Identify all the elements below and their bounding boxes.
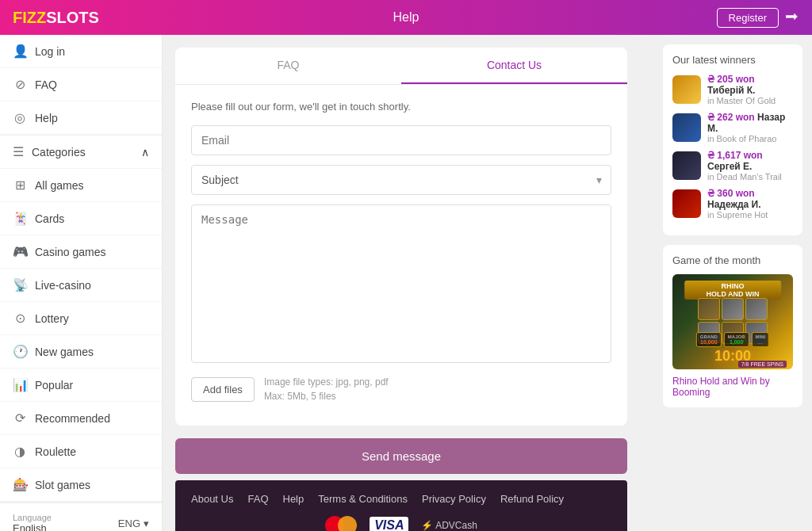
winner-game-3: in Supreme Hot bbox=[707, 210, 793, 220]
subject-select-wrapper: Subject ▾ bbox=[191, 165, 611, 195]
lottery-icon: ⊙ bbox=[13, 311, 27, 326]
header-actions: Register ⮕ bbox=[717, 8, 799, 28]
message-textarea[interactable] bbox=[191, 204, 611, 363]
jackpot-grand: GRAND 10,000 bbox=[696, 332, 722, 347]
winner-item-0: ₴ 205 won Тиберій К. in Master Of Gold bbox=[672, 74, 793, 105]
tab-faq[interactable]: FAQ bbox=[175, 48, 401, 84]
new-games-icon: 🕐 bbox=[13, 344, 27, 359]
sidebar-item-help[interactable]: ◎ Help bbox=[0, 101, 162, 135]
rhino-cell-2 bbox=[745, 298, 768, 320]
logo: FIZZSLOTS bbox=[13, 9, 99, 27]
footer-link-privacy[interactable]: Privacy Policy bbox=[422, 493, 486, 505]
file-info-line1: Image file types: jpg, png, pdf bbox=[264, 375, 389, 389]
footer-payments: VISA ⚡ ADVCash bbox=[191, 516, 611, 531]
sidebar-item-login[interactable]: 👤 Log in bbox=[0, 35, 162, 68]
contact-panel: FAQ Contact Us Please fill out our form,… bbox=[175, 48, 627, 426]
winner-amount-3: ₴ 360 won Надежда И. bbox=[707, 188, 793, 210]
header: FIZZSLOTS Help Register ⮕ bbox=[0, 0, 812, 35]
jackpot-major: MAJOR 1,000 bbox=[724, 332, 749, 347]
sidebar-categories-header[interactable]: ☰ Categories ∧ bbox=[0, 136, 162, 169]
add-files-button[interactable]: Add files bbox=[191, 377, 255, 402]
sidebar-faq-label: FAQ bbox=[35, 78, 57, 91]
roulette-icon: ◑ bbox=[13, 444, 27, 459]
winner-game-1: in Book of Pharao bbox=[707, 134, 793, 143]
casino-games-icon: 🎮 bbox=[13, 244, 27, 259]
sidebar: 👤 Log in ⊘ FAQ ◎ Help ☰ Categories ∧ ⊞ A… bbox=[0, 35, 163, 531]
visa-icon: VISA bbox=[370, 517, 408, 531]
tab-contact-us[interactable]: Contact Us bbox=[401, 48, 627, 84]
winners-card: Our latest winners ₴ 205 won Тиберій К. … bbox=[663, 44, 802, 235]
sidebar-item-faq[interactable]: ⊘ FAQ bbox=[0, 68, 162, 101]
sidebar-language[interactable]: Language English ENG ▾ bbox=[0, 502, 162, 531]
game-of-month-card: Game of the month RHINOHOLD AND WIN GRAN… bbox=[663, 245, 802, 407]
subject-select[interactable]: Subject bbox=[191, 165, 611, 195]
winner-avatar-0 bbox=[672, 75, 701, 104]
language-info: Language English bbox=[13, 513, 52, 531]
sidebar-live-casino-label: Live-casino bbox=[35, 279, 91, 292]
file-info: Image file types: jpg, png, pdf Max: 5Mb… bbox=[264, 375, 389, 403]
main-layout: 👤 Log in ⊘ FAQ ◎ Help ☰ Categories ∧ ⊞ A… bbox=[0, 35, 812, 531]
login-icon-button[interactable]: ⮕ bbox=[785, 10, 799, 26]
footer-link-help[interactable]: Help bbox=[283, 493, 304, 505]
mastercard-icon bbox=[325, 516, 357, 531]
sidebar-item-lottery[interactable]: ⊙ Lottery bbox=[0, 302, 162, 335]
sidebar-item-all-games[interactable]: ⊞ All games bbox=[0, 169, 162, 202]
winner-info-1: ₴ 262 won Назар М. in Book of Pharao bbox=[707, 112, 793, 143]
winners-title: Our latest winners bbox=[672, 54, 793, 66]
sidebar-item-roulette[interactable]: ◑ Roulette bbox=[0, 435, 162, 468]
user-icon: 👤 bbox=[13, 44, 27, 59]
winner-avatar-3 bbox=[672, 189, 701, 218]
rhino-cell-1 bbox=[722, 298, 744, 320]
winner-info-2: ₴ 1,617 won Сергей Е. in Dead Man's Trai… bbox=[707, 150, 793, 181]
sidebar-item-new-games[interactable]: 🕐 New games bbox=[0, 335, 162, 369]
game-of-month-name: Rhino Hold and Win by Booming bbox=[672, 376, 793, 398]
sidebar-item-recommended[interactable]: ⟳ Recommended bbox=[0, 402, 162, 435]
sidebar-login-label: Log in bbox=[35, 45, 65, 58]
tabs-row: FAQ Contact Us bbox=[175, 48, 627, 85]
winner-info-3: ₴ 360 won Надежда И. in Supreme Hot bbox=[707, 188, 793, 220]
winner-item-2: ₴ 1,617 won Сергей Е. in Dead Man's Trai… bbox=[672, 150, 793, 181]
winner-amount-1: ₴ 262 won Назар М. bbox=[707, 112, 793, 134]
sidebar-new-games-label: New games bbox=[35, 346, 94, 358]
rhino-cell-0 bbox=[698, 298, 720, 320]
sidebar-categories-section: ⊞ All games 🃏 Cards 🎮 Casino games 📡 Liv… bbox=[0, 169, 162, 502]
sidebar-casino-games-label: Casino games bbox=[35, 246, 106, 258]
email-field[interactable] bbox=[191, 125, 611, 155]
winner-game-2: in Dead Man's Trail bbox=[707, 172, 793, 181]
file-row: Add files Image file types: jpg, png, pd… bbox=[191, 375, 611, 403]
register-button[interactable]: Register bbox=[717, 8, 779, 28]
logo-fizz: FIZZ bbox=[13, 9, 46, 26]
footer: About Us FAQ Help Terms & Conditions Pri… bbox=[175, 480, 627, 531]
language-selector[interactable]: ENG ▾ bbox=[118, 518, 149, 529]
sidebar-item-casino-games[interactable]: 🎮 Casino games bbox=[0, 235, 162, 269]
sidebar-cards-label: Cards bbox=[35, 212, 64, 225]
winner-item-3: ₴ 360 won Надежда И. in Supreme Hot bbox=[672, 188, 793, 220]
contact-body: Please fill out our form, we'll get in t… bbox=[175, 85, 627, 426]
advcash-icon: ⚡ ADVCash bbox=[421, 520, 477, 531]
logo-slots: SLOTS bbox=[46, 9, 99, 26]
footer-link-about[interactable]: About Us bbox=[191, 493, 233, 505]
language-code: ENG bbox=[118, 518, 140, 529]
sidebar-item-popular[interactable]: 📊 Popular bbox=[0, 369, 162, 402]
sidebar-recommended-label: Recommended bbox=[35, 412, 110, 425]
language-label: Language bbox=[13, 513, 52, 522]
sidebar-item-slot-games[interactable]: 🎰 Slot games bbox=[0, 468, 162, 502]
cards-icon: 🃏 bbox=[13, 211, 27, 226]
sidebar-item-cards[interactable]: 🃏 Cards bbox=[0, 202, 162, 235]
sidebar-popular-label: Popular bbox=[35, 379, 73, 392]
sidebar-item-live-casino[interactable]: 📡 Live-casino bbox=[0, 269, 162, 302]
file-info-line2: Max: 5Mb, 5 files bbox=[264, 389, 389, 403]
all-games-icon: ⊞ bbox=[13, 178, 27, 193]
sidebar-all-games-label: All games bbox=[35, 179, 83, 192]
footer-link-faq[interactable]: FAQ bbox=[247, 493, 268, 505]
footer-link-refund[interactable]: Refund Policy bbox=[500, 493, 564, 505]
language-value: English bbox=[13, 522, 52, 531]
winner-avatar-2 bbox=[672, 151, 701, 180]
content-inner: FAQ Contact Us Please fill out our form,… bbox=[163, 35, 653, 531]
send-message-button[interactable]: Send message bbox=[175, 438, 627, 474]
chevron-up-icon: ∧ bbox=[141, 146, 149, 159]
game-of-month-title: Game of the month bbox=[672, 254, 793, 266]
footer-link-terms[interactable]: Terms & Conditions bbox=[318, 493, 408, 505]
game-of-month-image[interactable]: RHINOHOLD AND WIN GRAND 10,000 MAJOR bbox=[672, 274, 793, 369]
right-panel: Our latest winners ₴ 205 won Тиберій К. … bbox=[653, 35, 812, 531]
